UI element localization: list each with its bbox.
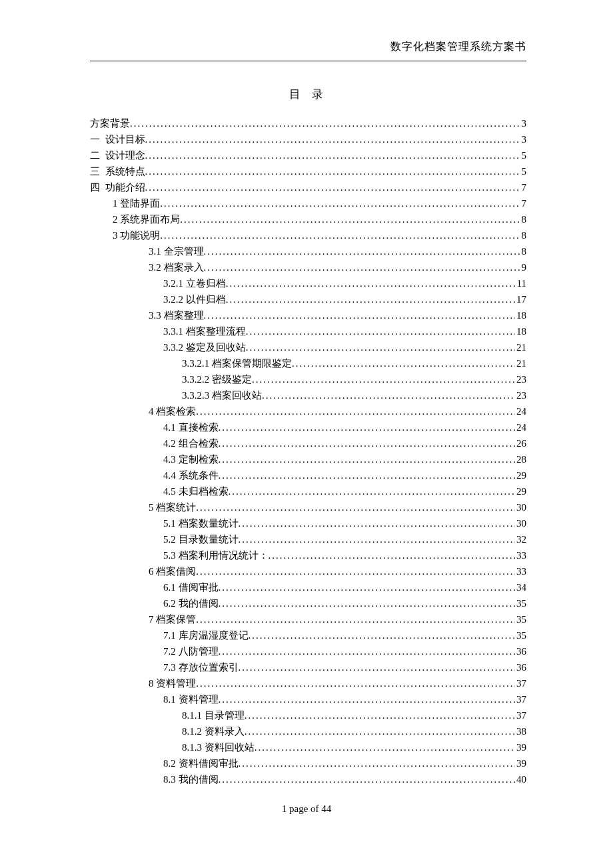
toc-entry[interactable]: 8.1.3 资料回收站39 [90, 739, 526, 755]
toc-entry[interactable]: 4.4 系统条件29 [90, 467, 526, 483]
toc-entry-label: 二 设计理念 [90, 147, 145, 163]
toc-entry-label: 3.2.2 以件归档 [163, 291, 226, 307]
toc-entry-label: 7 档案保管 [149, 611, 196, 627]
toc-entry[interactable]: 6.2 我的借阅35 [90, 595, 526, 611]
toc-entry-label: 4.2 组合检索 [163, 435, 219, 451]
toc-leader-dots [196, 611, 515, 627]
toc-entry[interactable]: 7.2 八防管理36 [90, 643, 526, 659]
toc-entry-label: 4.4 系统条件 [163, 467, 219, 483]
toc-entry-label: 5 档案统计 [149, 499, 196, 515]
toc-entry[interactable]: 3.2 档案录入9 [90, 259, 526, 275]
toc-entry[interactable]: 5.2 目录数量统计32 [90, 531, 526, 547]
toc-entry[interactable]: 3.2.2 以件归档17 [90, 291, 526, 307]
toc-entry[interactable]: 7.1 库房温湿度登记35 [90, 627, 526, 643]
toc-entry[interactable]: 3.2.1 立卷归档11 [90, 275, 526, 291]
toc-entry[interactable]: 5 档案统计30 [90, 499, 526, 515]
toc-entry[interactable]: 5.1 档案数量统计30 [90, 515, 526, 531]
toc-entry[interactable]: 3.3.2 鉴定及回收站21 [90, 339, 526, 355]
toc-entry-page: 30 [515, 499, 526, 515]
toc-entry-label: 6.1 借阅审批 [163, 579, 219, 595]
toc-entry-page: 9 [520, 259, 527, 275]
toc-entry[interactable]: 4.2 组合检索26 [90, 435, 526, 451]
toc-entry[interactable]: 8.1 资料管理37 [90, 691, 526, 707]
toc-entry-page: 37 [515, 707, 526, 723]
toc-entry-page: 23 [515, 387, 526, 403]
toc-entry-label: 1 登陆界面 [113, 195, 160, 211]
toc-entry-page: 36 [515, 659, 526, 675]
toc-entry[interactable]: 3.3.2.3 档案回收站23 [90, 387, 526, 403]
toc-leader-dots [246, 339, 515, 355]
toc-entry[interactable]: 8.3 我的借阅40 [90, 771, 526, 787]
toc-entry[interactable]: 方案背景3 [90, 115, 526, 131]
toc-leader-dots [180, 211, 520, 227]
toc-entry[interactable]: 3.3.2.2 密级鉴定23 [90, 371, 526, 387]
toc-leader-dots [145, 131, 520, 147]
toc-leader-dots [145, 163, 520, 179]
toc-entry[interactable]: 6.1 借阅审批34 [90, 579, 526, 595]
toc-entry[interactable]: 三 系统特点5 [90, 163, 526, 179]
toc-entry[interactable]: 8.1.2 资料录入38 [90, 723, 526, 739]
toc-entry-page: 8 [520, 227, 527, 243]
toc-entry-label: 3.2.1 立卷归档 [163, 275, 226, 291]
toc-entry-page: 40 [515, 771, 526, 787]
toc-entry[interactable]: 1 登陆界面7 [90, 195, 526, 211]
toc-leader-dots [219, 643, 516, 659]
toc-leader-dots [239, 515, 516, 531]
toc-entry[interactable]: 8.1.1 目录管理37 [90, 707, 526, 723]
toc-entry[interactable]: 7.3 存放位置索引36 [90, 659, 526, 675]
toc-entry[interactable]: 8.2 资料借阅审批39 [90, 755, 526, 771]
toc-leader-dots [239, 531, 516, 547]
toc-entry-page: 7 [520, 195, 527, 211]
toc-leader-dots [219, 467, 516, 483]
toc-entry-page: 24 [515, 419, 526, 435]
toc-leader-dots [219, 419, 516, 435]
toc-entry-label: 3.3.1 档案整理流程 [163, 323, 246, 339]
toc-entry[interactable]: 7 档案保管35 [90, 611, 526, 627]
toc-entry-page: 8 [520, 211, 527, 227]
toc-entry-label: 7.2 八防管理 [163, 643, 219, 659]
toc-entry[interactable]: 8 资料管理37 [90, 675, 526, 691]
toc-leader-dots [239, 659, 516, 675]
toc-entry[interactable]: 二 设计理念5 [90, 147, 526, 163]
toc-entry-label: 6 档案借阅 [149, 563, 196, 579]
toc-leader-dots [160, 227, 520, 243]
toc-entry[interactable]: 3.1 全宗管理8 [90, 243, 526, 259]
toc-entry[interactable]: 5.3 档案利用情况统计：33 [90, 547, 526, 563]
toc-entry-label: 8.3 我的借阅 [163, 771, 219, 787]
toc-entry-label: 6.2 我的借阅 [163, 595, 219, 611]
toc-entry-label: 4.1 直接检索 [163, 419, 219, 435]
toc-entry[interactable]: 6 档案借阅33 [90, 563, 526, 579]
toc-entry-page: 18 [515, 323, 526, 339]
toc-leader-dots [219, 595, 516, 611]
toc-entry-label: 5.1 档案数量统计 [163, 515, 239, 531]
toc-entry[interactable]: 四 功能介绍7 [90, 179, 526, 195]
toc-entry[interactable]: 3.3.1 档案整理流程18 [90, 323, 526, 339]
toc-leader-dots [269, 547, 516, 563]
toc-entry-label: 4.3 定制检索 [163, 451, 219, 467]
toc-leader-dots [204, 307, 516, 323]
toc-entry[interactable]: 2 系统界面布局8 [90, 211, 526, 227]
toc-entry-page: 5 [520, 147, 527, 163]
header-rule [90, 61, 526, 61]
toc-leader-dots [204, 259, 520, 275]
toc-entry[interactable]: 4.3 定制检索28 [90, 451, 526, 467]
toc-entry-label: 3.3.2.3 档案回收站 [182, 387, 262, 403]
toc-entry-label: 8.2 资料借阅审批 [163, 755, 239, 771]
toc-entry-label: 3 功能说明 [113, 227, 160, 243]
toc-entry[interactable]: 3.3.2.1 档案保管期限鉴定21 [90, 355, 526, 371]
toc-entry[interactable]: 4.5 未归档检索29 [90, 483, 526, 499]
toc-entry-page: 21 [515, 355, 526, 371]
toc-entry[interactable]: 3.3 档案整理18 [90, 307, 526, 323]
toc-leader-dots [219, 435, 516, 451]
toc-entry-label: 2 系统界面布局 [113, 211, 180, 227]
toc-entry[interactable]: 4.1 直接检索24 [90, 419, 526, 435]
toc-leader-dots [226, 275, 516, 291]
toc-entry[interactable]: 3 功能说明8 [90, 227, 526, 243]
toc-leader-dots [245, 723, 515, 739]
toc-entry-page: 29 [515, 483, 526, 499]
toc-entry-label: 3.1 全宗管理 [149, 243, 204, 259]
toc-entry[interactable]: 一 设计目标3 [90, 131, 526, 147]
toc-entry-label: 四 功能介绍 [90, 179, 145, 195]
toc-entry[interactable]: 4 档案检索24 [90, 403, 526, 419]
toc-leader-dots [219, 579, 516, 595]
